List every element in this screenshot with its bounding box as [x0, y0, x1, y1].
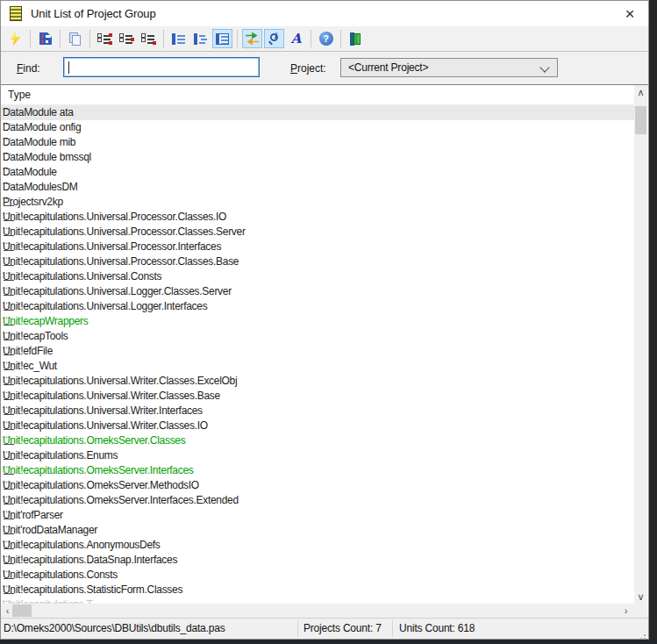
list-item[interactable]: DataModulesDM [1, 180, 634, 195]
project-dropdown[interactable]: <Current Project> [340, 58, 558, 77]
item-name: ecapitulations.Consts [23, 569, 118, 581]
find-input[interactable] [68, 60, 254, 75]
align1-icon [172, 33, 185, 45]
status-divider [297, 620, 298, 637]
list-item[interactable]: DataModule mib [1, 135, 634, 150]
item-name: ecapitulations.OmeksServer.Classes [23, 434, 185, 447]
item-name: bmssql [60, 151, 91, 163]
item-name: ecapitulations.AnonymousDefs [23, 539, 160, 551]
item-name: ecapitulations.OmeksServer.Interfaces [23, 464, 193, 476]
list-item[interactable]: Unit!ecapitulations.Universal.Writer.Cla… [1, 419, 634, 433]
list-item[interactable]: DataModule [1, 165, 634, 180]
list-item[interactable]: Unit!ecapitulations.Universal.Processor.… [1, 240, 634, 254]
list-item[interactable]: Projectsrv2kp [1, 195, 634, 210]
item-name: ecapitulations.Universal.Processor.Class… [23, 211, 226, 223]
list-item[interactable]: Unit!ecapitulations.T [1, 597, 634, 604]
list-item[interactable]: Unit!ecapitulations.OmeksServer.MethodsI… [1, 478, 634, 493]
unit-list-window: Unit List of Project Group × Find: Proje… [0, 0, 649, 640]
status-divider [392, 620, 393, 637]
list-item[interactable]: Unit!ecapitulations.AnonymousDefs [1, 538, 634, 553]
item-name: ecapitulations.Enums [23, 449, 118, 462]
scroll-right-icon[interactable]: › [619, 604, 632, 618]
list-item[interactable]: Unit!ecapitulations.Universal.Writer.Int… [1, 404, 634, 419]
list-item[interactable]: Unit!ecapitulations.Universal.Writer.Cla… [1, 374, 634, 389]
item-name: ecapitulations.OmeksServer.MethodsIO [23, 479, 199, 491]
view2-icon [120, 33, 133, 45]
scroll-down-icon[interactable]: ∨ [634, 590, 647, 604]
list-item[interactable]: Unit!ecapitulations.Universal.Processor.… [1, 225, 634, 240]
list-item[interactable]: Unit!ecapitulations.OmeksServer.Interfac… [1, 463, 634, 478]
match-end-button[interactable] [212, 29, 232, 48]
item-name: ecapitulations.Universal.Writer.Classes.… [23, 419, 208, 432]
close-button[interactable]: × [617, 1, 643, 26]
title-bar[interactable]: Unit List of Project Group × [1, 1, 648, 27]
list-item[interactable]: Unit!ecapitulations.Universal.Writer.Cla… [1, 389, 634, 404]
vertical-scrollbar[interactable]: ∧ ∨ [634, 85, 647, 604]
exit-button[interactable] [346, 29, 366, 48]
toolbar-separator [311, 30, 311, 47]
list-item[interactable]: Unit!ecapitulations.Universal.Logger.Int… [1, 299, 634, 314]
list-item[interactable]: Unit!ecapitulations.Enums [1, 448, 634, 463]
list-item[interactable]: Unit!ecapitulations.DataSnap.Interfaces [1, 553, 634, 568]
find-label: Find: [17, 62, 40, 75]
toolbar-separator [89, 30, 90, 47]
item-type: DataModule [3, 106, 57, 118]
horizontal-scroll-thumb[interactable] [12, 605, 32, 617]
match-start-button[interactable] [168, 29, 189, 48]
list-item[interactable]: DataModule bmssql [1, 150, 634, 165]
list-item[interactable]: Unit!ecapitulations.Universal.Logger.Cla… [1, 284, 634, 299]
vertical-scroll-thumb[interactable] [635, 106, 646, 134]
find-input-wrap [63, 57, 260, 77]
list-item[interactable]: Unit!ecapitulations.StatisticForm.Classe… [1, 583, 634, 597]
type-column-header: Type [8, 89, 31, 101]
horizontal-scrollbar[interactable]: ‹ › [1, 604, 634, 618]
item-type: DataModule [3, 121, 57, 133]
list-item[interactable]: Unit!ecapitulations.Universal.Processor.… [1, 254, 634, 269]
item-name: ecapitulations.Universal.Processor.Class… [23, 255, 239, 268]
resize-grip-icon[interactable] [644, 634, 646, 636]
sync-icon [246, 32, 260, 46]
list-item[interactable]: Unit'rodDataManager [1, 523, 634, 538]
list-item[interactable]: Unit!ec_Wut [1, 359, 634, 374]
item-name: ecapitulations.Universal.Consts [23, 270, 161, 283]
font-button[interactable] [286, 29, 306, 48]
list-item[interactable]: Unit!ecapitulations.OmeksServer.Interfac… [1, 493, 634, 508]
item-name: ecapitulations.DataSnap.Interfaces [23, 554, 177, 566]
copy-button[interactable] [65, 29, 85, 48]
list-item[interactable]: Unit'rofParser [1, 508, 634, 523]
item-type: DataModule [3, 136, 57, 148]
list-item[interactable]: Unit!ecapitulations.Universal.Processor.… [1, 210, 634, 225]
list-item[interactable]: Unit!ecapTools [1, 329, 634, 344]
sort-toggle-button[interactable] [242, 29, 262, 48]
match-middle-button[interactable] [190, 29, 211, 48]
view-style-2-button[interactable] [117, 29, 137, 48]
list-header[interactable]: Type [1, 85, 634, 105]
searchinfo-icon [268, 32, 281, 46]
scroll-up-icon[interactable]: ∧ [634, 85, 647, 99]
run-button[interactable] [5, 29, 25, 48]
list-item[interactable]: Unit!ecapWrappers [1, 314, 634, 329]
list-item[interactable]: Unit!ecapitulations.OmeksServer.Classes [1, 433, 634, 448]
toolbar-separator [340, 30, 341, 47]
options-button[interactable] [35, 29, 55, 48]
find-bar: Find: Project: <Current Project> [1, 52, 648, 85]
list-item[interactable]: Unit!efdFile [1, 344, 634, 359]
list-item[interactable]: Unit!ecapitulations.Universal.Consts [1, 269, 634, 284]
item-name: ecapitulations.Universal.Logger.Interfac… [23, 300, 207, 312]
flash-icon [11, 32, 21, 46]
view-style-1-button[interactable] [95, 29, 115, 48]
item-type: DataModule [3, 166, 57, 178]
list-item[interactable]: DataModule ata [1, 105, 634, 120]
background-app-bottom [0, 640, 657, 644]
help-button[interactable] [316, 29, 336, 48]
list-item[interactable]: DataModule onfig [1, 120, 634, 135]
item-name: ec_Wut [23, 360, 57, 372]
list-item[interactable]: Unit!ecapitulations.Consts [1, 568, 634, 583]
help-icon [319, 32, 333, 46]
scrollbar-corner [634, 604, 647, 618]
view-style-3-button[interactable] [139, 29, 159, 48]
toolbar-separator [237, 30, 238, 47]
item-name: ecapitulations.Universal.Writer.Classes.… [23, 390, 220, 402]
search-info-button[interactable] [264, 29, 284, 48]
unit-list: DataModule ataDataModule onfigDataModule… [1, 105, 634, 604]
